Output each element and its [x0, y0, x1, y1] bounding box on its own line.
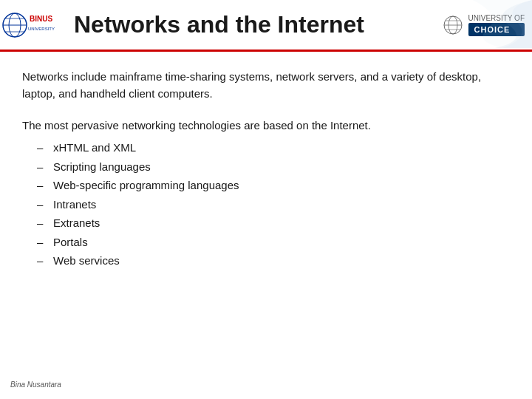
list-item: Extranets: [37, 215, 510, 232]
intro-paragraph: Networks include mainframe time-sharing …: [22, 68, 510, 103]
list-item: xHTML and XML: [37, 140, 510, 157]
main-content: Networks include mainframe time-sharing …: [0, 52, 532, 287]
list-item: Portals: [37, 234, 510, 251]
svg-text:BINUS: BINUS: [30, 15, 52, 23]
list-item: Intranets: [37, 197, 510, 214]
svg-text:UNIVERSITY: UNIVERSITY: [28, 27, 55, 31]
list-item: Web services: [37, 253, 510, 270]
list-item: Scripting languages: [37, 159, 510, 176]
bullet-list: xHTML and XMLScripting languagesWeb-spec…: [22, 140, 510, 270]
swirl-decoration: [384, 0, 532, 48]
header: BINUS UNIVERSITY Networks and the Intern…: [0, 0, 532, 52]
footer: Bina Nusantara: [10, 377, 61, 390]
binus-logo: BINUS UNIVERSITY: [0, 7, 66, 44]
main-statement: The most pervasive networking technologi…: [22, 117, 510, 134]
footer-text: Bina Nusantara: [10, 381, 61, 389]
list-item: Web-specific programming languages: [37, 177, 510, 194]
